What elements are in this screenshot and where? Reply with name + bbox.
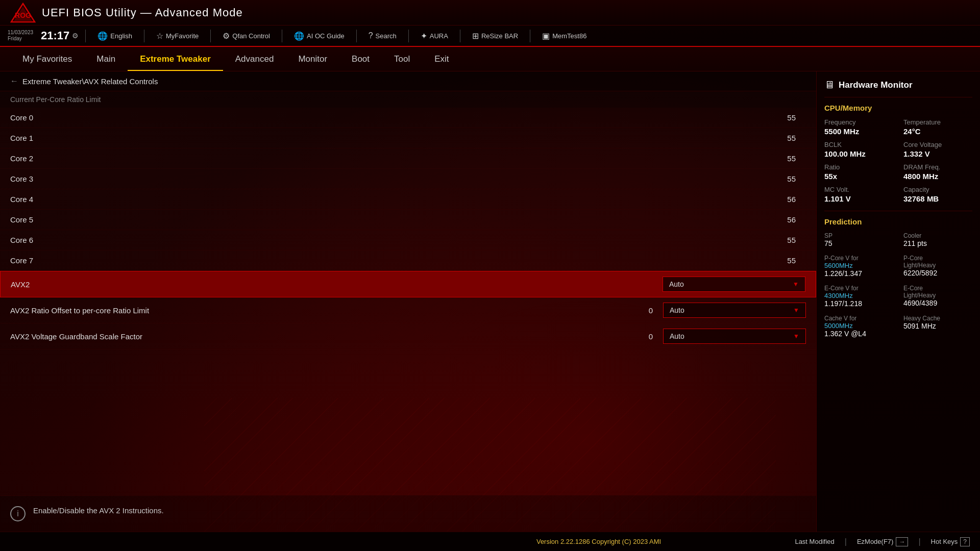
core4-value: 56 xyxy=(770,195,796,204)
setting-row-core4[interactable]: Core 4 56 xyxy=(0,189,816,210)
core-voltage-label: Core Voltage xyxy=(903,141,972,148)
toolbar-resizebar[interactable]: ⊞ ReSize BAR xyxy=(467,29,523,43)
cache-heavy-item: Heavy Cache 5091 MHz xyxy=(903,315,972,338)
ecore-volt-value: 1.197/1.218 xyxy=(824,299,893,308)
mc-volt-value: 1.101 V xyxy=(824,194,893,203)
cache-heavy-label: Heavy Cache xyxy=(903,315,972,322)
core1-value: 55 xyxy=(770,134,796,142)
left-panel: ← Extreme Tweaker\AVX Related Controls C… xyxy=(0,71,817,532)
info-icon: i xyxy=(10,506,26,521)
cache-volt-value: 1.362 V @L4 xyxy=(824,330,893,338)
capacity-value: 32768 MB xyxy=(903,194,972,203)
toolbar-memtest[interactable]: ▣ MemTest86 xyxy=(537,29,592,43)
toolbar-qfan[interactable]: ⚙ Qfan Control xyxy=(217,29,275,43)
hot-keys-button[interactable]: Hot Keys ? xyxy=(931,537,970,546)
toolbar-separator-7 xyxy=(460,30,460,42)
avx2-voltage-label: AVX2 Voltage Guardband Scale Factor xyxy=(10,332,627,341)
last-modified-button[interactable]: Last Modified xyxy=(795,538,834,545)
frequency-value: 5500 MHz xyxy=(824,127,893,136)
hw-monitor-header: 🖥 Hardware Monitor xyxy=(824,79,972,97)
setting-row-avx2[interactable]: AVX2 Auto ▼ xyxy=(0,271,816,297)
search-question-icon: ? xyxy=(369,31,373,40)
toolbar-aioc[interactable]: 🌐 AI OC Guide xyxy=(289,29,350,43)
temperature-label: Temperature xyxy=(903,118,972,126)
cooler-item: Cooler 211 pts xyxy=(903,232,972,247)
dram-freq-label: DRAM Freq. xyxy=(903,163,972,171)
ezmode-key-icon: → xyxy=(896,537,908,546)
pcore-volt-item: P-Core V for 5600MHz 1.226/1.347 xyxy=(824,255,893,278)
ezmode-button[interactable]: EzMode(F7) → xyxy=(857,537,909,546)
cpu-memory-title: CPU/Memory xyxy=(824,104,972,112)
hw-cpu-memory-grid: Frequency 5500 MHz Temperature 24°C BCLK… xyxy=(824,118,972,203)
nav-boot[interactable]: Boot xyxy=(339,48,382,70)
ecore-lh-label: E-CoreLight/Heavy xyxy=(903,285,972,299)
bclk-item: BCLK 100.00 MHz xyxy=(824,141,893,158)
pcore-lh-value: 6220/5892 xyxy=(903,269,972,277)
ecore-volt-item: E-Core V for 4300MHz 1.197/1.218 xyxy=(824,285,893,308)
core5-label: Core 5 xyxy=(10,215,770,224)
dram-freq-item: DRAM Freq. 4800 MHz xyxy=(903,163,972,181)
back-arrow-icon[interactable]: ← xyxy=(10,77,18,86)
nav-exit[interactable]: Exit xyxy=(422,48,461,70)
aura-icon: ✦ xyxy=(421,31,427,41)
temperature-value: 24°C xyxy=(903,127,972,136)
svg-text:ROG: ROG xyxy=(15,11,31,19)
settings-icon[interactable]: ⚙ xyxy=(72,32,79,40)
toolbar-english[interactable]: 🌐 English xyxy=(92,29,137,43)
datetime-display: 11/03/2023Friday xyxy=(8,30,33,42)
pcore-lh-item: P-CoreLight/Heavy 6220/5892 xyxy=(903,255,972,278)
setting-row-core3[interactable]: Core 3 55 xyxy=(0,169,816,189)
capacity-item: Capacity 32768 MB xyxy=(903,186,972,203)
ecore-volt-label: E-Core V for xyxy=(824,285,893,292)
resize-icon: ⊞ xyxy=(472,31,479,41)
core0-label: Core 0 xyxy=(10,113,770,122)
memtest-icon: ▣ xyxy=(542,31,550,41)
setting-row-core2[interactable]: Core 2 55 xyxy=(0,148,816,169)
cache-freq: 5000MHz xyxy=(824,322,893,330)
nav-monitor[interactable]: Monitor xyxy=(286,48,339,70)
setting-row-avx2-ratio[interactable]: AVX2 Ratio Offset to per-core Ratio Limi… xyxy=(0,297,816,323)
avx2-ratio-label: AVX2 Ratio Offset to per-core Ratio Limi… xyxy=(10,306,627,315)
avx2-voltage-dropdown[interactable]: Auto ▼ xyxy=(663,329,806,344)
prediction-title: Prediction xyxy=(824,217,972,226)
prediction-grid: SP 75 Cooler 211 pts P-Core V for 5600MH… xyxy=(824,232,972,342)
breadcrumb: ← Extreme Tweaker\AVX Related Controls xyxy=(0,71,816,91)
core3-label: Core 3 xyxy=(10,174,770,183)
avx2-voltage-dropdown-value: Auto xyxy=(670,332,684,340)
nav-main[interactable]: Main xyxy=(84,48,128,70)
bclk-label: BCLK xyxy=(824,141,893,148)
app-logo: ROG xyxy=(10,3,36,23)
favorite-icon: ☆ xyxy=(156,31,163,41)
core-voltage-value: 1.332 V xyxy=(903,149,972,158)
toolbar: 11/03/2023Friday 21:17 ⚙ 🌐 English ☆ MyF… xyxy=(0,26,980,47)
setting-row-core1[interactable]: Core 1 55 xyxy=(0,128,816,148)
toolbar-search[interactable]: ? Search xyxy=(363,29,402,42)
cache-volt-item: Cache V for 5000MHz 1.362 V @L4 xyxy=(824,315,893,338)
toolbar-myfavorite[interactable]: ☆ MyFavorite xyxy=(151,29,204,43)
nav-advanced[interactable]: Advanced xyxy=(223,48,286,70)
pcore-volt-value: 1.226/1.347 xyxy=(824,269,893,278)
nav-extreme-tweaker[interactable]: Extreme Tweaker xyxy=(128,48,223,70)
toolbar-aura[interactable]: ✦ AURA xyxy=(415,29,453,43)
toolbar-separator-3 xyxy=(210,30,211,42)
nav-my-favorites[interactable]: My Favorites xyxy=(10,48,84,70)
chevron-down-icon: ▼ xyxy=(793,281,799,288)
avx2-voltage-num: 0 xyxy=(627,332,653,341)
toolbar-separator-6 xyxy=(408,30,409,42)
avx2-dropdown[interactable]: Auto ▼ xyxy=(663,277,805,292)
setting-row-core5[interactable]: Core 5 56 xyxy=(0,210,816,230)
avx2-ratio-dropdown[interactable]: Auto ▼ xyxy=(663,303,806,318)
temperature-item: Temperature 24°C xyxy=(903,118,972,136)
avx2-ratio-dropdown-value: Auto xyxy=(670,306,684,314)
dram-freq-value: 4800 MHz xyxy=(903,172,972,181)
globe-icon: 🌐 xyxy=(97,31,108,41)
pcore-volt-label: P-Core V for xyxy=(824,255,893,262)
setting-row-core7[interactable]: Core 7 55 xyxy=(0,251,816,271)
time-display: 21:17 xyxy=(41,30,69,41)
sp-value: 75 xyxy=(824,239,893,247)
setting-row-core6[interactable]: Core 6 55 xyxy=(0,230,816,251)
ratio-item: Ratio 55x xyxy=(824,163,893,181)
setting-row-core0[interactable]: Core 0 55 xyxy=(0,108,816,128)
setting-row-avx2-voltage[interactable]: AVX2 Voltage Guardband Scale Factor 0 Au… xyxy=(0,323,816,349)
nav-tool[interactable]: Tool xyxy=(382,48,422,70)
